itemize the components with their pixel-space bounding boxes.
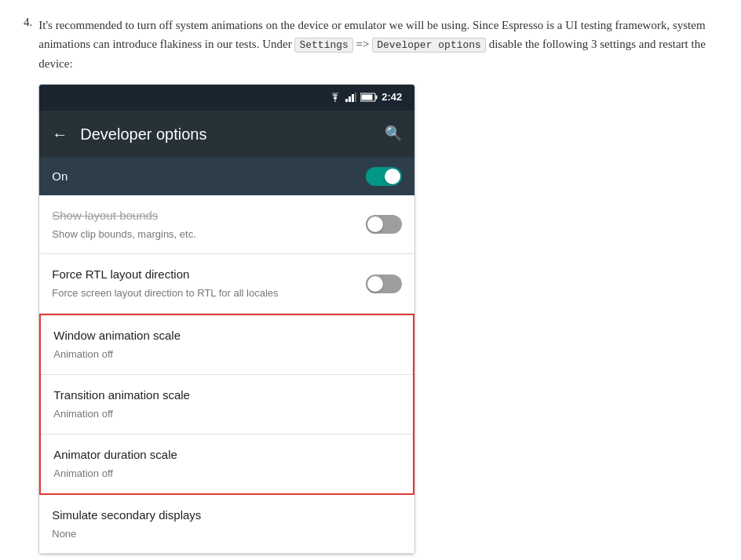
on-toggle[interactable] [366,167,402,186]
svg-rect-2 [352,94,354,102]
svg-rect-6 [362,95,373,100]
status-time: 2:42 [381,89,402,106]
wifi-icon [329,93,341,102]
status-icons: 2:42 [329,89,402,106]
setting-show-layout-bounds[interactable]: Show layout bounds Show clip bounds, mar… [39,195,414,255]
setting-text: Simulate secondary displays None [52,506,201,543]
setting-title: Transition animation scale [53,386,400,405]
title-bar-left: ← Developer options [52,122,206,147]
instruction-text: It's recommended to turn off system anim… [38,16,717,555]
instruction-block: 4. It's recommended to turn off system a… [24,16,717,555]
setting-subtitle: Animation off [53,466,400,482]
back-arrow-icon[interactable]: ← [52,122,68,147]
setting-animator-duration[interactable]: Animator duration scale Animation off [41,435,413,493]
svg-rect-5 [376,96,378,100]
setting-transition-animation[interactable]: Transition animation scale Animation off [41,375,413,435]
title-bar: ← Developer options 🔍 [39,111,414,158]
svg-rect-3 [355,93,356,102]
svg-rect-1 [349,96,351,102]
developer-options-code: Developer options [372,38,486,53]
device-mockup: 2:42 ← Developer options 🔍 On [38,84,415,555]
instruction-number: 4. [24,16,32,555]
setting-title: Force RTL layout direction [52,265,278,284]
settings-code: Settings [294,38,352,53]
setting-simulate-displays[interactable]: Simulate secondary displays None [39,495,414,555]
settings-content: Show layout bounds Show clip bounds, mar… [39,195,414,555]
setting-title: Window animation scale [53,326,400,345]
setting-title: Animator duration scale [53,445,400,464]
svg-rect-0 [345,99,348,102]
setting-subtitle: Show clip bounds, margins, etc. [52,227,196,243]
setting-text: Show layout bounds Show clip bounds, mar… [52,206,196,243]
setting-text: Force RTL layout direction Force screen … [52,265,278,302]
setting-subtitle: Force screen layout direction to RTL for… [52,285,278,302]
battery-icon [360,93,378,102]
rtl-toggle[interactable] [366,275,402,293]
on-label: On [52,167,68,186]
setting-window-animation[interactable]: Window animation scale Animation off [41,315,413,375]
status-bar: 2:42 [39,85,414,111]
setting-subtitle: Animation off [53,406,400,423]
signal-icon [345,93,356,102]
instruction-arrow: => [353,38,372,50]
setting-title: Simulate secondary displays [52,506,201,525]
setting-subtitle: None [52,526,201,543]
setting-title: Show layout bounds [52,206,196,225]
layout-bounds-toggle[interactable] [366,215,402,234]
screen-title: Developer options [80,122,206,147]
setting-force-rtl[interactable]: Force RTL layout direction Force screen … [39,254,414,314]
setting-subtitle: Animation off [53,347,400,363]
search-icon[interactable]: 🔍 [385,122,402,145]
highlighted-animation-settings: Window animation scale Animation off Tra… [39,314,414,494]
on-toggle-bar: On [39,158,414,195]
